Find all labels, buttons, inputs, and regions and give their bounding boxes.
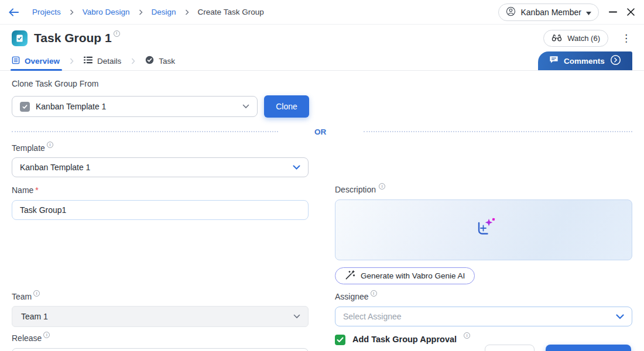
template-doc-icon: [20, 102, 30, 112]
close-icon[interactable]: [627, 8, 635, 16]
template-value: Kanban Template 1: [20, 163, 90, 172]
release-label: Release i: [12, 333, 50, 343]
info-icon[interactable]: i: [47, 142, 53, 148]
info-icon[interactable]: i: [43, 332, 50, 338]
tab-bar: Overview Details Task Comments: [0, 51, 644, 71]
caret-down-icon: [586, 8, 591, 17]
chevron-right-icon: [185, 9, 189, 15]
breadcrumb-vabro-design[interactable]: Vabro Design: [83, 8, 130, 16]
tab-task-label: Task: [159, 57, 175, 66]
breadcrumb-design[interactable]: Design: [152, 8, 176, 16]
name-input[interactable]: Task Group1: [12, 200, 309, 220]
tab-details[interactable]: Details: [84, 51, 121, 70]
tab-details-label: Details: [97, 57, 121, 66]
top-bar: Projects Vabro Design Design Create Task…: [0, 0, 644, 25]
checkbox-checked-icon[interactable]: [335, 335, 345, 345]
magic-wand-icon: [345, 270, 355, 282]
template-select[interactable]: Kanban Template 1: [12, 157, 309, 177]
submit-button-partial[interactable]: [546, 345, 631, 351]
assignee-placeholder: Select Assignee: [343, 312, 402, 321]
overview-icon: [12, 56, 20, 66]
tab-task[interactable]: Task: [145, 51, 175, 70]
assignee-select[interactable]: Select Assignee: [335, 307, 632, 326]
chevron-right-icon: [70, 58, 74, 64]
name-label: Name*: [12, 185, 39, 195]
tab-overview-label: Overview: [25, 57, 60, 66]
info-icon[interactable]: i: [371, 290, 377, 297]
chevron-down-icon: [242, 104, 249, 109]
info-icon[interactable]: i: [114, 30, 120, 37]
chevron-down-icon: [293, 165, 300, 170]
team-value: Team 1: [21, 312, 48, 321]
chevron-down-icon: [293, 314, 300, 319]
template-label: Template i: [12, 143, 53, 153]
or-divider: OR: [12, 126, 632, 137]
create-task-group-form: Clone Task Group From Kanban Template 1 …: [0, 71, 644, 351]
info-icon[interactable]: i: [379, 183, 385, 190]
cancel-button-partial[interactable]: [485, 345, 535, 351]
chevron-down-icon: [616, 314, 624, 319]
release-select[interactable]: [12, 348, 309, 351]
back-icon[interactable]: [8, 8, 19, 17]
chevron-right-icon: [139, 9, 143, 15]
more-options-icon[interactable]: ⋮: [619, 32, 633, 44]
ai-sparkle-icon: [471, 218, 496, 242]
chevron-right-icon: [70, 9, 74, 15]
chat-icon: [549, 56, 559, 67]
breadcrumb: Projects Vabro Design Design Create Task…: [32, 8, 264, 16]
team-select[interactable]: Team 1: [12, 306, 309, 327]
breadcrumb-projects[interactable]: Projects: [32, 8, 61, 16]
comments-button[interactable]: Comments: [538, 51, 632, 70]
breadcrumb-current: Create Task Group: [198, 8, 264, 16]
generate-ai-button[interactable]: Generate with Vabro Genie AI: [335, 267, 475, 284]
name-value: Task Group1: [20, 205, 66, 215]
binoculars-icon: [551, 33, 562, 43]
clone-source-value: Kanban Template 1: [36, 102, 106, 111]
user-role-menu[interactable]: Kanban Member: [498, 4, 599, 21]
list-icon: [84, 56, 93, 66]
team-label: Team i: [12, 292, 40, 301]
approval-checkbox-row[interactable]: Add Task Group Approval i: [335, 335, 470, 345]
info-icon[interactable]: i: [33, 290, 40, 297]
generate-ai-label: Generate with Vabro Genie AI: [361, 271, 465, 280]
check-circle-icon: [145, 56, 154, 66]
assignee-label: Assignee i: [335, 292, 377, 301]
clone-button[interactable]: Clone: [264, 95, 309, 118]
divider-line: [364, 131, 632, 132]
user-role-label: Kanban Member: [520, 8, 581, 17]
chevron-right-icon: [131, 58, 135, 64]
minimize-icon[interactable]: [609, 11, 617, 13]
watch-button[interactable]: Watch (6): [543, 30, 608, 47]
info-icon[interactable]: i: [464, 332, 470, 339]
expand-arrow-icon: [610, 54, 621, 68]
clone-source-select[interactable]: Kanban Template 1: [12, 96, 258, 117]
or-label: OR: [314, 128, 326, 136]
description-label: Description i: [335, 185, 385, 194]
clone-from-label: Clone Task Group From: [12, 79, 98, 88]
task-group-icon: [12, 30, 28, 46]
tab-overview[interactable]: Overview: [12, 51, 60, 70]
comments-label: Comments: [564, 57, 605, 66]
required-marker: *: [35, 185, 38, 195]
divider-line: [12, 131, 278, 132]
page-title: Task Group 1: [34, 31, 112, 45]
watch-label: Watch (6): [567, 34, 600, 43]
page-header: Task Group 1 i Watch (6) ⋮: [0, 25, 644, 51]
approval-label: Add Task Group Approval: [352, 335, 457, 344]
person-icon: [506, 6, 516, 18]
description-editor[interactable]: [335, 199, 632, 260]
